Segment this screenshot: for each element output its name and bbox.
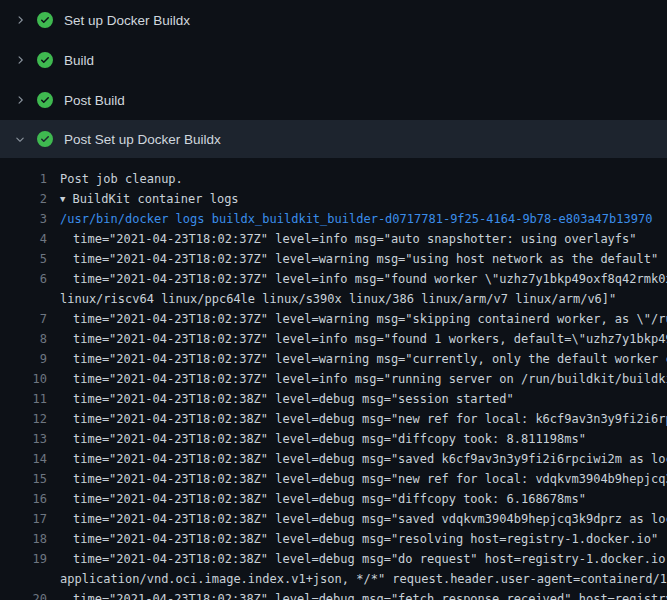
log-text: time="2021-04-23T18:02:38Z" level=debug …	[60, 589, 667, 600]
check-circle-icon	[37, 131, 53, 147]
line-number[interactable]: 17	[0, 509, 60, 529]
line-number[interactable]: 20	[0, 589, 60, 600]
step-row-set-up-docker-buildx[interactable]: Set up Docker Buildx	[0, 0, 667, 40]
log-line: 8 time="2021-04-23T18:02:37Z" level=info…	[0, 329, 667, 349]
log-line: 18 time="2021-04-23T18:02:38Z" level=deb…	[0, 529, 667, 549]
log-line: 13 time="2021-04-23T18:02:38Z" level=deb…	[0, 429, 667, 449]
line-number[interactable]: 6	[0, 269, 60, 289]
log-text: time="2021-04-23T18:02:38Z" level=debug …	[60, 549, 667, 569]
log-line: 11 time="2021-04-23T18:02:38Z" level=deb…	[0, 389, 667, 409]
actions-log-viewer: Set up Docker Buildx Build Post Build Po…	[0, 0, 667, 600]
log-text: time="2021-04-23T18:02:38Z" level=debug …	[60, 429, 586, 449]
log-text: time="2021-04-23T18:02:38Z" level=debug …	[60, 409, 667, 429]
line-number[interactable]: 11	[0, 389, 60, 409]
line-number[interactable]: 12	[0, 409, 60, 429]
log-text: time="2021-04-23T18:02:37Z" level=info m…	[60, 329, 667, 349]
line-number[interactable]: 8	[0, 329, 60, 349]
line-number[interactable]: 4	[0, 229, 60, 249]
line-number[interactable]: 5	[0, 249, 60, 269]
line-number[interactable]: 19	[0, 549, 60, 569]
log-text: application/vnd.oci.image.index.v1+json,…	[60, 569, 667, 589]
log-line: 14 time="2021-04-23T18:02:38Z" level=deb…	[0, 449, 667, 469]
line-number[interactable]: 1	[0, 169, 60, 189]
log-text: linux/riscv64 linux/ppc64le linux/s390x …	[60, 289, 616, 309]
check-circle-icon	[37, 52, 53, 68]
log-text: Post job cleanup.	[60, 169, 183, 189]
log-text: time="2021-04-23T18:02:37Z" level=warnin…	[60, 309, 667, 329]
chevron-right-icon	[12, 52, 28, 68]
log-text: time="2021-04-23T18:02:38Z" level=debug …	[60, 449, 667, 469]
log-line: 5 time="2021-04-23T18:02:37Z" level=warn…	[0, 249, 667, 269]
step-label: Post Build	[64, 93, 125, 108]
log-line: 12 time="2021-04-23T18:02:38Z" level=deb…	[0, 409, 667, 429]
log-line: 3 /usr/bin/docker logs buildx_buildkit_b…	[0, 209, 667, 229]
log-line: 9 time="2021-04-23T18:02:37Z" level=warn…	[0, 349, 667, 369]
step-row-post-build[interactable]: Post Build	[0, 80, 667, 120]
log-group-toggle[interactable]: 2 ▼ BuildKit container logs	[0, 189, 667, 209]
caret-down-icon: ▼	[60, 189, 65, 209]
log-line: 6 time="2021-04-23T18:02:37Z" level=info…	[0, 269, 667, 289]
check-circle-icon	[37, 92, 53, 108]
line-number[interactable]: 16	[0, 489, 60, 509]
log-text: time="2021-04-23T18:02:38Z" level=debug …	[60, 389, 514, 409]
log-text: time="2021-04-23T18:02:38Z" level=debug …	[60, 469, 667, 489]
log-text: time="2021-04-23T18:02:37Z" level=info m…	[60, 229, 637, 249]
log-line: 15 time="2021-04-23T18:02:38Z" level=deb…	[0, 469, 667, 489]
log-line-wrap: linux/riscv64 linux/ppc64le linux/s390x …	[0, 289, 667, 309]
line-number[interactable]: 15	[0, 469, 60, 489]
log-group-title: BuildKit container logs	[72, 189, 238, 209]
log-line-wrap: application/vnd.oci.image.index.v1+json,…	[0, 569, 667, 589]
chevron-right-icon	[12, 12, 28, 28]
line-number[interactable]: 18	[0, 529, 60, 549]
log-text: time="2021-04-23T18:02:37Z" level=warnin…	[60, 349, 667, 369]
line-number	[0, 289, 60, 309]
check-circle-icon	[37, 12, 53, 28]
log-command-text: /usr/bin/docker logs buildx_buildkit_bui…	[60, 209, 652, 229]
step-label: Build	[64, 53, 94, 68]
line-number[interactable]: 14	[0, 449, 60, 469]
log-text: time="2021-04-23T18:02:38Z" level=debug …	[60, 529, 658, 549]
step-label: Post Set up Docker Buildx	[64, 132, 221, 147]
log-text: time="2021-04-23T18:02:37Z" level=info m…	[60, 269, 667, 289]
step-row-post-set-up-docker-buildx[interactable]: Post Set up Docker Buildx	[0, 120, 667, 158]
log-line: 7 time="2021-04-23T18:02:37Z" level=warn…	[0, 309, 667, 329]
log-line: 10 time="2021-04-23T18:02:37Z" level=inf…	[0, 369, 667, 389]
log-line: 17 time="2021-04-23T18:02:38Z" level=deb…	[0, 509, 667, 529]
line-number	[0, 569, 60, 589]
line-number[interactable]: 7	[0, 309, 60, 329]
log-line: 1 Post job cleanup.	[0, 169, 667, 189]
chevron-down-icon	[12, 131, 28, 147]
step-label: Set up Docker Buildx	[64, 13, 190, 28]
log-output: 1 Post job cleanup. 2 ▼ BuildKit contain…	[0, 158, 667, 600]
chevron-right-icon	[12, 92, 28, 108]
line-number[interactable]: 9	[0, 349, 60, 369]
log-text: time="2021-04-23T18:02:38Z" level=debug …	[60, 489, 586, 509]
log-line: 16 time="2021-04-23T18:02:38Z" level=deb…	[0, 489, 667, 509]
log-line: 20 time="2021-04-23T18:02:38Z" level=deb…	[0, 589, 667, 600]
line-number[interactable]: 3	[0, 209, 60, 229]
step-row-build[interactable]: Build	[0, 40, 667, 80]
log-text: time="2021-04-23T18:02:37Z" level=warnin…	[60, 249, 658, 269]
line-number[interactable]: 2	[0, 189, 60, 209]
line-number[interactable]: 13	[0, 429, 60, 449]
log-line: 19 time="2021-04-23T18:02:38Z" level=deb…	[0, 549, 667, 569]
log-text: time="2021-04-23T18:02:38Z" level=debug …	[60, 509, 667, 529]
log-line: 4 time="2021-04-23T18:02:37Z" level=info…	[0, 229, 667, 249]
log-text: time="2021-04-23T18:02:37Z" level=info m…	[60, 369, 667, 389]
line-number[interactable]: 10	[0, 369, 60, 389]
